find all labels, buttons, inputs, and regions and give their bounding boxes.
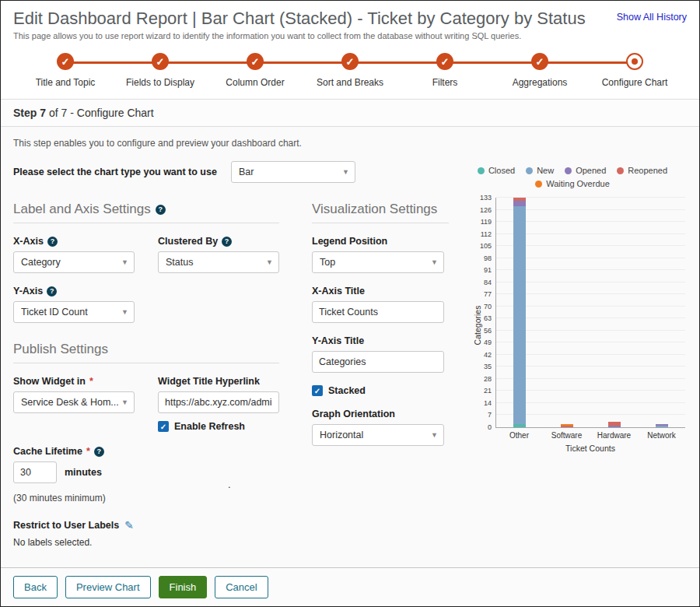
step-heading-text: of 7 - Configure Chart (49, 107, 154, 119)
step-current-dot (632, 58, 638, 65)
legend-item: Reopened (617, 166, 667, 175)
y-tick-label: 42 (484, 351, 492, 358)
stacked-bar-network (656, 198, 668, 427)
y-tick-label: 77 (484, 291, 492, 298)
preview-chart-button[interactable]: Preview Chart (65, 576, 151, 598)
back-button[interactable]: Back (13, 576, 58, 598)
chart-preview: ClosedNewOpenedReopenedWaiting Overdue C… (460, 166, 685, 453)
chart-type-value: Bar (239, 167, 254, 177)
stepper-step-4[interactable]: ✓Sort and Breaks (303, 53, 397, 88)
clustered-by-label: Clustered By (158, 236, 218, 247)
stepper-step-6[interactable]: ✓Aggregations (492, 53, 587, 88)
legend-dot-icon (478, 167, 485, 174)
y-tick-label: 28 (484, 375, 492, 382)
chevron-down-icon: ▼ (431, 258, 438, 266)
y-tick-label: 119 (481, 219, 492, 226)
chevron-down-icon: ▼ (121, 398, 128, 406)
restrict-user-labels-label: Restrict to User Labels (13, 520, 119, 531)
legend-position-select[interactable]: Top ▼ (312, 251, 444, 273)
publish-settings-heading: Publish Settings (13, 342, 279, 363)
step-heading-bar: Step 7of 7 - Configure Chart (1, 100, 699, 127)
y-tick-label: 84 (484, 279, 492, 286)
finish-button[interactable]: Finish (159, 576, 208, 598)
help-icon[interactable]: ? (222, 237, 232, 247)
chart-plot: 0714212835424956637077849198105112119126… (495, 198, 685, 428)
stacked-bar-other (513, 198, 526, 427)
legend-position-value: Top (320, 257, 335, 268)
show-widget-in-select[interactable]: Service Desk & Hom... ▼ (13, 391, 135, 413)
y-axis-title-input[interactable] (312, 351, 444, 373)
wizard-stepper-wrap: ✓Title and Topic✓Fields to Display✓Colum… (13, 40, 687, 94)
footer-actions: Back Preview Chart Finish Cancel (1, 567, 699, 606)
stray-period: . (228, 479, 231, 490)
legend-position-label: Legend Position (312, 236, 387, 247)
step-complete-check-icon: ✓ (341, 53, 359, 70)
help-icon[interactable]: ? (156, 205, 166, 215)
page-title: Edit Dashboard Report | Bar Chart (Stack… (13, 9, 586, 29)
chevron-down-icon: ▼ (121, 308, 128, 316)
chart-type-select[interactable]: Bar ▼ (231, 161, 355, 183)
step-complete-check-icon: ✓ (57, 53, 74, 70)
legend-dot-icon (565, 167, 572, 174)
graph-orientation-label: Graph Orientation (312, 409, 395, 419)
y-tick-label: 126 (480, 206, 492, 213)
step-label: Column Order (226, 77, 284, 88)
step-label: Configure Chart (602, 77, 668, 88)
y-tick-label: 56 (484, 327, 492, 334)
stepper: ✓Title and Topic✓Fields to Display✓Colum… (18, 53, 682, 88)
help-icon[interactable]: ? (47, 237, 58, 247)
enable-refresh-checkbox[interactable]: ✓ Enable Refresh (158, 421, 279, 432)
bar-segment (656, 426, 668, 427)
step-complete-check-icon: ✓ (247, 53, 264, 70)
stepper-step-7[interactable]: Configure Chart (587, 53, 682, 88)
stacked-label: Stacked (328, 385, 366, 396)
step-complete-check-icon: ✓ (531, 53, 548, 70)
visualization-settings-heading: Visualization Settings (312, 202, 449, 223)
show-widget-in-value: Service Desk & Hom... (21, 397, 119, 408)
stacked-bar-software (561, 198, 573, 427)
y-axis-select[interactable]: Ticket ID Count ▼ (13, 301, 135, 323)
cache-lifetime-input[interactable] (13, 461, 57, 483)
stacked-checkbox[interactable]: ✓ Stacked (312, 385, 449, 396)
widget-title-hyperlink-input[interactable] (158, 391, 279, 413)
y-tick-label: 14 (484, 399, 492, 406)
step-label: Filters (432, 77, 458, 88)
stepper-step-2[interactable]: ✓Fields to Display (113, 53, 208, 88)
y-tick-label: 112 (481, 230, 492, 237)
y-tick-label: 91 (484, 267, 492, 274)
show-all-history-link[interactable]: Show All History (617, 12, 687, 23)
stepper-step-5[interactable]: ✓Filters (397, 53, 492, 88)
help-icon[interactable]: ? (94, 447, 104, 457)
y-axis-value: Ticket ID Count (21, 307, 88, 318)
y-tick-label: 63 (484, 315, 492, 322)
edit-pencil-icon[interactable]: ✎ (124, 519, 134, 532)
legend-item: Waiting Overdue (535, 179, 610, 188)
page-subtitle: This page allows you to use report wizar… (13, 31, 687, 40)
content: This step enables you to configure and p… (1, 127, 699, 567)
help-icon[interactable]: ? (47, 286, 57, 296)
stepper-step-1[interactable]: ✓Title and Topic (18, 53, 113, 88)
legend-label: Waiting Overdue (546, 179, 610, 188)
legend-dot-icon (535, 181, 542, 188)
label-axis-settings-title: Label and Axis Settings (13, 202, 151, 217)
graph-orientation-select[interactable]: Horizontal ▼ (312, 424, 444, 446)
y-tick-label: 21 (484, 388, 492, 395)
checkbox-checked-icon: ✓ (312, 385, 323, 396)
stepper-step-3[interactable]: ✓Column Order (208, 53, 303, 88)
step-complete-check-icon: ✓ (436, 53, 453, 70)
cancel-button[interactable]: Cancel (215, 576, 268, 598)
x-axis-title-input[interactable] (312, 301, 444, 323)
x-axis-select[interactable]: Category ▼ (13, 251, 135, 273)
chart-legend: ClosedNewOpenedReopenedWaiting Overdue (460, 166, 685, 188)
y-tick-label: 133 (480, 195, 492, 202)
clustered-by-select[interactable]: Status ▼ (158, 251, 279, 273)
legend-dot-icon (526, 167, 533, 174)
cache-lifetime-unit: minutes (65, 467, 102, 478)
y-axis-title-label: Y-Axis Title (312, 335, 364, 346)
checkbox-checked-icon: ✓ (158, 421, 169, 432)
bar-segment (561, 426, 573, 427)
step-label: Title and Topic (36, 77, 96, 88)
legend-label: Reopened (628, 166, 667, 175)
legend-item: Opened (565, 166, 606, 175)
legend-item: Closed (478, 166, 515, 175)
